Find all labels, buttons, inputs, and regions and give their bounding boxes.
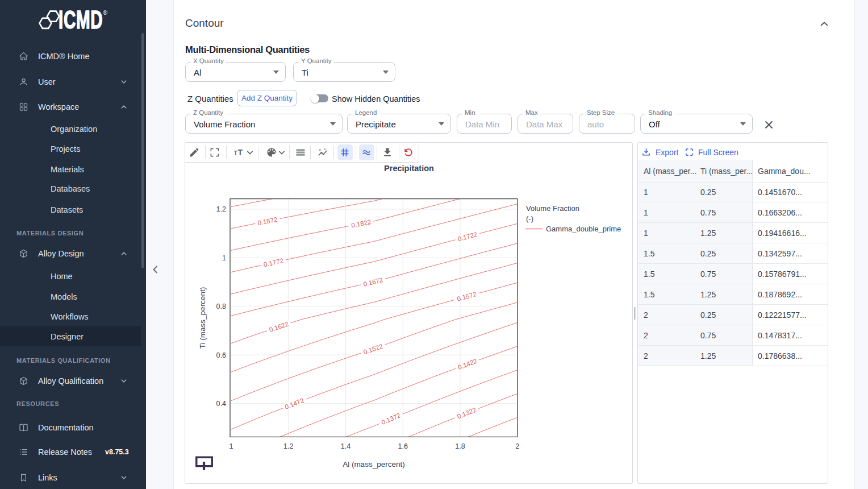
svg-text:0.1822: 0.1822	[350, 218, 372, 229]
svg-text:Precipitation: Precipitation	[384, 164, 434, 173]
svg-text:Al (mass_percent): Al (mass_percent)	[343, 460, 405, 469]
svg-text:1.2: 1.2	[283, 442, 293, 450]
svg-text:0.1772: 0.1772	[263, 257, 284, 268]
svg-text:0.1872: 0.1872	[257, 216, 278, 227]
svg-text:0.1522: 0.1522	[362, 343, 383, 356]
svg-text:0.1372: 0.1372	[381, 412, 402, 426]
svg-text:Volume Fraction: Volume Fraction	[526, 204, 579, 213]
svg-text:1.6: 1.6	[398, 442, 408, 450]
svg-text:0.1622: 0.1622	[268, 321, 289, 333]
svg-text:T: T	[234, 150, 237, 156]
svg-text:1.4: 1.4	[341, 442, 350, 450]
svg-text:1.2: 1.2	[216, 205, 226, 213]
svg-text:(-): (-)	[526, 214, 533, 223]
svg-text:0.1322: 0.1322	[456, 407, 477, 420]
svg-text:0.1672: 0.1672	[362, 276, 383, 288]
svg-text:Gamma_double_prime: Gamma_double_prime	[546, 225, 621, 233]
svg-text:1: 1	[222, 254, 226, 262]
svg-text:1.8: 1.8	[455, 442, 465, 450]
svg-text:0.1572: 0.1572	[456, 291, 477, 302]
svg-text:2: 2	[515, 442, 519, 450]
svg-text:1: 1	[229, 442, 233, 450]
svg-text:0.4: 0.4	[216, 400, 226, 408]
svg-text:0.8: 0.8	[216, 302, 226, 310]
svg-text:0.1472: 0.1472	[284, 397, 305, 411]
svg-text:®: ®	[103, 9, 107, 16]
svg-text:ICMD: ICMD	[59, 6, 103, 34]
svg-text:0.6: 0.6	[216, 351, 226, 359]
svg-text:T: T	[238, 148, 243, 157]
svg-text:Ti (mass_percent): Ti (mass_percent)	[198, 287, 207, 349]
